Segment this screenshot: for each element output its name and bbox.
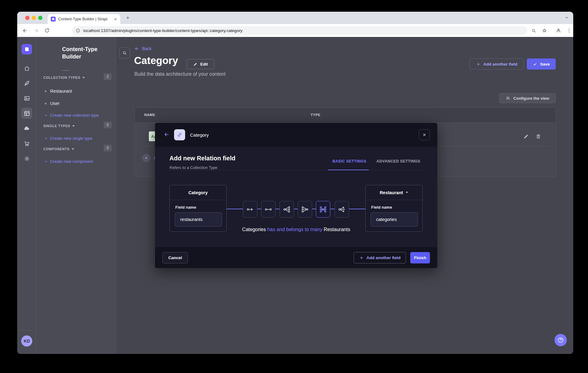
relation-one-way-button[interactable] <box>243 201 257 218</box>
create-link-label: Create new single type <box>50 136 92 141</box>
source-card: Category Field name <box>169 185 227 232</box>
create-link-label: Create new component <box>50 159 93 164</box>
plus-icon: + <box>45 136 47 141</box>
browser-back-icon[interactable] <box>22 28 28 34</box>
section-collection-types[interactable]: COLLECTION TYPES <box>43 76 85 79</box>
column-type: TYPE <box>311 113 320 117</box>
tab-title: Content-Type Builder | Strapi <box>58 17 111 21</box>
cloud-icon[interactable] <box>21 123 32 134</box>
mac-close-button[interactable] <box>25 16 30 20</box>
help-button[interactable] <box>554 334 567 346</box>
relation-one-to-one-button[interactable] <box>261 201 276 218</box>
page-subtitle: Build the data architecture of your cont… <box>134 71 225 77</box>
source-field-name-input[interactable] <box>175 212 222 227</box>
configure-list-icon <box>506 96 511 101</box>
add-field-plus-icon[interactable] <box>142 154 150 162</box>
relation-many-to-many-button[interactable] <box>316 201 330 218</box>
modal-add-field-label: Add another field <box>367 255 401 260</box>
browser-menu-icon[interactable] <box>566 28 572 33</box>
bookmark-star-icon[interactable] <box>542 28 547 33</box>
tab-search-chevron-icon[interactable] <box>565 15 569 20</box>
delete-field-icon[interactable] <box>535 134 541 139</box>
mac-minimize-button[interactable] <box>32 16 36 20</box>
modal-footer: Cancel Add another field Finish <box>155 247 437 268</box>
sidebar-title: Content-Type Builder <box>62 46 111 61</box>
add-field-label: Add another field <box>483 62 518 66</box>
search-button[interactable] <box>119 47 130 58</box>
relation-one-to-many-button[interactable] <box>280 201 294 218</box>
media-library-icon[interactable] <box>21 93 32 104</box>
plus-icon: + <box>45 159 47 164</box>
create-collection-type-link[interactable]: + Create new collection type <box>45 113 99 118</box>
sentence-relation: has and belongs to many <box>267 227 322 232</box>
relation-sentence: Categories has and belongs to many Resta… <box>155 227 437 232</box>
create-single-type-link[interactable]: + Create new single type <box>45 136 92 141</box>
section-components[interactable]: COMPONENTS <box>43 147 74 151</box>
modal-add-another-field-button[interactable]: Add another field <box>354 252 406 263</box>
section-label: COLLECTION TYPES <box>43 76 80 79</box>
content-manager-icon[interactable] <box>21 78 32 89</box>
modal-header-title: Category <box>190 132 209 138</box>
save-label: Save <box>540 62 550 66</box>
modal-back-icon[interactable] <box>164 131 170 138</box>
rail-divider <box>20 330 33 331</box>
back-label: Back <box>142 46 152 51</box>
mac-zoom-button[interactable] <box>38 16 42 20</box>
page-title: Category <box>134 55 178 66</box>
relation-many-to-one-button[interactable] <box>298 201 312 218</box>
marketplace-cart-icon[interactable] <box>21 138 32 149</box>
browser-tabbar: Content-Type Builder | Strapi <box>17 12 573 24</box>
create-component-link[interactable]: + Create new component <box>45 159 93 164</box>
bullet-icon <box>45 90 46 92</box>
chevron-down-icon <box>72 125 75 127</box>
address-bar[interactable]: localhost:1337/admin/plugins/content-typ… <box>72 26 527 35</box>
relation-field-modal: Category Add new Relation field Refers t… <box>155 123 437 268</box>
edit-label: Edit <box>200 62 208 66</box>
tab-basic-settings[interactable]: BASIC SETTINGS <box>332 159 366 163</box>
sidebar-item-user[interactable]: User <box>45 101 60 106</box>
profile-icon[interactable] <box>555 27 562 34</box>
target-field-name-input[interactable] <box>371 212 418 227</box>
browser-tab[interactable]: Content-Type Builder | Strapi <box>48 14 120 24</box>
edit-button[interactable]: Edit <box>187 59 214 69</box>
content-type-builder-icon[interactable] <box>21 108 32 119</box>
back-link[interactable]: Back <box>134 46 152 51</box>
edit-field-icon[interactable] <box>523 134 529 139</box>
strapi-logo[interactable] <box>22 44 32 54</box>
section-single-types[interactable]: SINGLE TYPES <box>43 124 75 128</box>
home-icon[interactable] <box>21 63 32 74</box>
source-card-title: Category <box>170 185 226 200</box>
target-collection-select[interactable]: Restaurant <box>366 185 422 200</box>
ctb-sidebar: Content-Type Builder <box>36 37 116 354</box>
relation-link-icon <box>174 129 185 140</box>
bullet-icon <box>45 103 46 104</box>
new-tab-button[interactable] <box>125 15 130 20</box>
browser-forward-icon[interactable] <box>33 28 39 34</box>
zoom-page-icon[interactable] <box>531 28 536 33</box>
tab-advanced-settings[interactable]: ADVANCED SETTINGS <box>376 159 420 163</box>
section-label: SINGLE TYPES <box>43 124 70 128</box>
sidebar-item-restaurant[interactable]: Restaurant <box>45 89 72 94</box>
modal-title: Add new Relation field <box>169 155 235 162</box>
chevron-down-icon <box>72 148 74 150</box>
tab-close-icon[interactable] <box>114 18 117 21</box>
settings-gear-icon[interactable] <box>21 153 32 164</box>
configure-view-label: Configure the view <box>513 96 549 101</box>
sidebar-item-label: User <box>50 101 60 106</box>
user-avatar[interactable]: KD <box>21 335 32 347</box>
browser-reload-icon[interactable] <box>44 28 50 33</box>
configure-view-button[interactable]: Configure the view <box>499 93 556 103</box>
chevron-down-icon <box>406 192 408 193</box>
site-info-icon[interactable] <box>76 28 80 33</box>
cancel-button[interactable]: Cancel <box>162 252 188 263</box>
add-another-field-button[interactable]: Add another field <box>470 58 524 70</box>
pencil-icon <box>193 62 197 66</box>
strapi-admin-app: KD Content-Type Builder COLLECTION TYPES… <box>17 37 573 354</box>
finish-button[interactable]: Finish <box>410 252 430 263</box>
single-types-count-badge: 0 <box>104 122 112 128</box>
close-icon <box>422 133 427 137</box>
save-button[interactable]: Save <box>527 58 556 70</box>
target-title-label: Restaurant <box>380 190 403 195</box>
relation-many-way-button[interactable] <box>335 201 349 218</box>
modal-close-button[interactable] <box>419 129 430 140</box>
